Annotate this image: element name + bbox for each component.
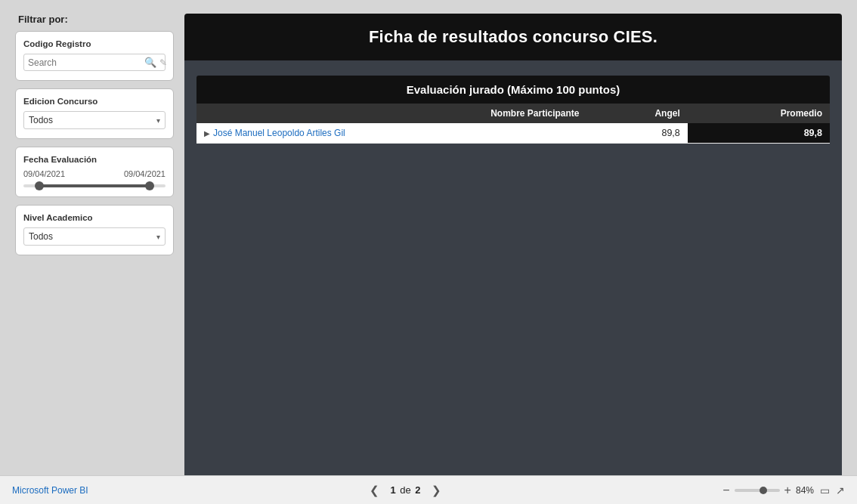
cell-nombre: ▶José Manuel Leopoldo Artiles Gil <box>196 123 587 144</box>
zoom-controls: − + 84% <box>722 484 814 496</box>
edicion-concurso-panel: Edicion Concurso Todos ▾ <box>15 88 174 139</box>
bottom-right-icons: − + 84% ▭ ↗ <box>722 484 845 496</box>
sidebar: Filtrar por: Codigo Registro 🔍 ✎ Edicion… <box>15 14 174 475</box>
date-slider-thumb-right[interactable] <box>145 181 154 190</box>
eraser-icon[interactable]: ✎ <box>159 57 167 68</box>
chevron-down-icon-nivel: ▾ <box>156 233 160 241</box>
date-range-row: 09/04/2021 09/04/2021 <box>23 169 166 178</box>
expand-icon: ▶ <box>204 129 210 138</box>
powerbi-link[interactable]: Microsoft Power BI <box>12 485 88 496</box>
fecha-evaluacion-title: Fecha Evaluación <box>23 155 166 164</box>
edicion-concurso-value: Todos <box>29 115 53 125</box>
nivel-academico-title: Nivel Academico <box>23 213 166 222</box>
page-label: de <box>400 484 410 496</box>
date-slider-track <box>23 184 166 187</box>
date-slider-thumb-left[interactable] <box>35 181 44 190</box>
date-start: 09/04/2021 <box>23 169 65 178</box>
edicion-concurso-select[interactable]: Todos ▾ <box>23 111 166 129</box>
data-table: Nombre Participante Angel Promedio ▶José… <box>196 104 830 144</box>
date-end: 09/04/2021 <box>124 169 166 178</box>
nivel-academico-value: Todos <box>29 231 53 242</box>
search-icon: 🔍 <box>144 57 156 68</box>
cell-promedio: 89,8 <box>688 123 830 144</box>
table-body: ▶José Manuel Leopoldo Artiles Gil89,889,… <box>196 123 830 144</box>
page-total: 2 <box>415 484 420 496</box>
page-current: 1 <box>390 484 395 496</box>
codigo-registro-panel: Codigo Registro 🔍 ✎ <box>15 31 174 81</box>
table-title-bar: Evaluación jurado (Máximo 100 puntos) <box>196 76 830 104</box>
content-area: Ficha de resultados concurso CIES. Evalu… <box>184 14 842 475</box>
search-input[interactable] <box>28 57 141 68</box>
bottom-bar: Microsoft Power BI ❮ 1 de 2 ❯ − + 84% ▭ … <box>0 475 857 504</box>
table-header-row: Nombre Participante Angel Promedio <box>196 104 830 123</box>
col-header-angel: Angel <box>587 104 688 123</box>
nivel-academico-panel: Nivel Academico Todos ▾ <box>15 205 174 255</box>
fit-page-button[interactable]: ▭ <box>820 484 830 496</box>
page-info: 1 de 2 <box>390 484 420 496</box>
zoom-thumb <box>760 487 767 494</box>
table-section: Evaluación jurado (Máximo 100 puntos) No… <box>196 76 830 144</box>
cell-angel: 89,8 <box>587 123 688 144</box>
zoom-minus-button[interactable]: − <box>722 484 729 496</box>
zoom-percent: 84% <box>796 485 814 496</box>
col-header-nombre: Nombre Participante <box>196 104 587 123</box>
date-slider-fill <box>38 184 151 187</box>
filter-label: Filtrar por: <box>15 14 174 25</box>
nivel-academico-select[interactable]: Todos ▾ <box>23 227 166 246</box>
table-row: ▶José Manuel Leopoldo Artiles Gil89,889,… <box>196 123 830 144</box>
zoom-slider[interactable] <box>735 489 780 492</box>
fecha-evaluacion-panel: Fecha Evaluación 09/04/2021 09/04/2021 <box>15 147 174 197</box>
codigo-registro-title: Codigo Registro <box>23 39 166 48</box>
search-row: 🔍 ✎ <box>23 54 166 71</box>
report-body: Evaluación jurado (Máximo 100 puntos) No… <box>184 60 842 475</box>
zoom-plus-button[interactable]: + <box>784 484 791 496</box>
main-area: Filtrar por: Codigo Registro 🔍 ✎ Edicion… <box>0 0 857 475</box>
pagination-row: ❮ 1 de 2 ❯ <box>367 482 444 499</box>
expand-button[interactable]: ↗ <box>836 484 845 496</box>
report-header: Ficha de resultados concurso CIES. <box>184 14 842 60</box>
chevron-down-icon: ▾ <box>156 116 160 125</box>
col-header-promedio: Promedio <box>688 104 830 123</box>
page-prev-button[interactable]: ❮ <box>367 482 382 499</box>
edicion-concurso-title: Edicion Concurso <box>23 97 166 106</box>
page-next-button[interactable]: ❯ <box>428 482 444 499</box>
